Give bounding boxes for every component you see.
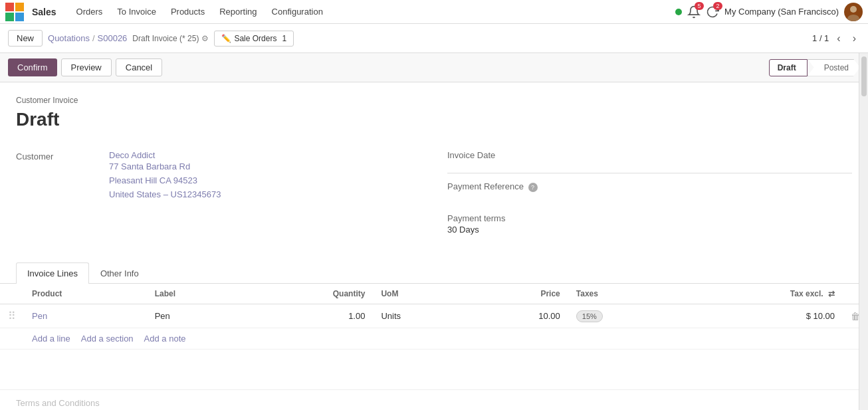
svg-rect-1	[15, 3, 24, 11]
notif2-count: 2	[713, 2, 722, 10]
main-content: Customer Invoice Draft Customer Deco Add…	[0, 82, 868, 410]
refresh-icon[interactable]: 2	[706, 5, 719, 19]
tax-badge[interactable]: 15%	[576, 310, 603, 322]
customer-name-link[interactable]: Deco Addict	[109, 150, 155, 160]
pager: 1 / 1 ‹ ›	[812, 31, 860, 46]
customer-field-row: Customer Deco Addict 77 Santa Barbara Rd…	[16, 150, 421, 201]
scrollbar[interactable]	[859, 53, 868, 410]
invoice-type: Customer Invoice	[16, 96, 852, 105]
settings-gear-icon[interactable]: ⚙	[201, 34, 209, 43]
terms-label: Terms and Conditions	[16, 398, 100, 408]
status-pipeline: Draft Posted	[769, 59, 860, 76]
col-quantity: Quantity	[245, 284, 373, 304]
svg-rect-3	[15, 13, 24, 21]
notif1-count: 5	[695, 2, 704, 10]
notification-bell[interactable]: 5	[687, 5, 701, 19]
col-label: Label	[147, 284, 245, 304]
nav-products[interactable]: Products	[164, 3, 211, 21]
breadcrumb-separator: /	[92, 33, 95, 43]
nav-to-invoice[interactable]: To Invoice	[110, 3, 163, 21]
breadcrumb: Quotations / S00026	[48, 33, 127, 43]
customer-label: Customer	[16, 150, 109, 161]
row-label: Pen	[147, 304, 245, 328]
top-navigation: Sales Orders To Invoice Products Reporti…	[0, 0, 868, 24]
invoice-header: Customer Invoice Draft	[0, 82, 868, 150]
customer-address: 77 Santa Barbara Rd Pleasant Hill CA 945…	[109, 160, 221, 201]
invoice-lines-table: Product Label Quantity UoM Price Taxes T…	[0, 284, 868, 350]
invoice-date-label: Invoice Date	[447, 150, 852, 160]
col-product: Product	[24, 284, 147, 304]
col-uom: UoM	[373, 284, 468, 304]
drag-handle-icon[interactable]: ⠿	[8, 310, 16, 322]
row-quantity[interactable]: 1.00	[245, 304, 373, 328]
address-line2: Pleasant Hill CA 94523	[109, 174, 221, 188]
action-bar: Confirm Preview Cancel Draft Posted	[0, 53, 868, 82]
address-line3: United States – US12345673	[109, 188, 221, 202]
sale-orders-count: 1	[282, 34, 286, 43]
breadcrumb-quotations[interactable]: Quotations	[48, 33, 90, 43]
payment-ref-field: Payment Reference ?	[447, 181, 852, 205]
draft-invoice-label: Draft Invoice (* 25)	[132, 34, 199, 43]
status-draft[interactable]: Draft	[769, 59, 808, 76]
tabs-bar: Invoice Lines Other Info	[0, 262, 868, 284]
pager-prev[interactable]: ‹	[833, 31, 844, 46]
customer-value: Deco Addict 77 Santa Barbara Rd Pleasant…	[109, 150, 221, 201]
sale-orders-button[interactable]: ✏️ Sale Orders 1	[214, 31, 294, 47]
invoice-lines-table-container: Product Label Quantity UoM Price Taxes T…	[0, 284, 868, 350]
add-note-link[interactable]: Add a note	[144, 334, 186, 344]
pager-text: 1 / 1	[812, 33, 829, 43]
cancel-button[interactable]: Cancel	[116, 58, 162, 76]
invoice-fields: Customer Deco Addict 77 Santa Barbara Rd…	[0, 150, 868, 256]
col-taxes: Taxes	[568, 284, 681, 304]
preview-button[interactable]: Preview	[61, 58, 112, 76]
invoice-date-value[interactable]	[447, 161, 852, 173]
product-name-link[interactable]: Pen	[32, 311, 47, 321]
svg-rect-2	[5, 13, 14, 21]
status-posted[interactable]: Posted	[808, 59, 860, 76]
breadcrumb-sub: Draft Invoice (* 25) ⚙	[132, 34, 209, 43]
sale-orders-icon: ✏️	[221, 34, 231, 43]
scrollbar-thumb[interactable]	[861, 56, 867, 96]
user-avatar[interactable]	[844, 3, 863, 21]
svg-rect-0	[5, 3, 14, 11]
payment-terms-value[interactable]: 30 Days	[447, 225, 852, 235]
add-line-row: Add a line Add a section Add a note	[0, 328, 868, 350]
online-status-icon	[675, 9, 682, 15]
nav-orders[interactable]: Orders	[70, 3, 110, 21]
col-price: Price	[468, 284, 568, 304]
payment-ref-help-icon[interactable]: ?	[528, 183, 538, 192]
terms-section: Terms and Conditions	[0, 389, 868, 410]
company-name: My Company (San Francisco)	[724, 7, 839, 17]
nav-menu: Orders To Invoice Products Reporting Con…	[70, 3, 330, 21]
app-name: Sales	[32, 7, 56, 17]
payment-terms-label: Payment terms	[447, 213, 852, 223]
add-line-link[interactable]: Add a line	[32, 334, 70, 344]
pager-next[interactable]: ›	[849, 31, 860, 46]
row-price[interactable]: 10.00	[468, 304, 568, 328]
tab-other-info[interactable]: Other Info	[89, 262, 150, 284]
add-section-link[interactable]: Add a section	[81, 334, 134, 344]
spacer	[0, 350, 868, 389]
nav-configuration[interactable]: Configuration	[265, 3, 330, 21]
col-drag	[0, 284, 24, 304]
invoice-date-field: Invoice Date	[447, 150, 852, 173]
nav-right-area: 5 2 My Company (San Francisco)	[675, 3, 863, 21]
payment-terms-field: Payment terms 30 Days	[447, 213, 852, 235]
new-button[interactable]: New	[8, 30, 43, 47]
row-tax: 15%	[568, 304, 681, 328]
invoice-right-fields: Invoice Date Payment Reference ? Payment…	[447, 150, 852, 243]
payment-ref-value[interactable]	[447, 193, 852, 205]
row-uom[interactable]: Units	[373, 304, 468, 328]
col-tax-excl-icon[interactable]: ⇄	[828, 289, 835, 298]
row-tax-excl: $ 10.00	[681, 304, 843, 328]
breadcrumb-current[interactable]: S00026	[98, 33, 128, 43]
payment-ref-label: Payment Reference ?	[447, 181, 852, 192]
invoice-left-fields: Customer Deco Addict 77 Santa Barbara Rd…	[16, 150, 421, 243]
nav-reporting[interactable]: Reporting	[213, 3, 263, 21]
tab-invoice-lines[interactable]: Invoice Lines	[16, 262, 89, 284]
address-line1: 77 Santa Barbara Rd	[109, 160, 221, 174]
confirm-button[interactable]: Confirm	[8, 58, 57, 76]
col-tax-excl: Tax excl. ⇄	[681, 284, 843, 304]
sale-orders-label: Sale Orders	[234, 34, 276, 43]
table-row: ⠿ Pen Pen 1.00 Units 10.00 15% $ 10.00 🗑	[0, 304, 868, 328]
